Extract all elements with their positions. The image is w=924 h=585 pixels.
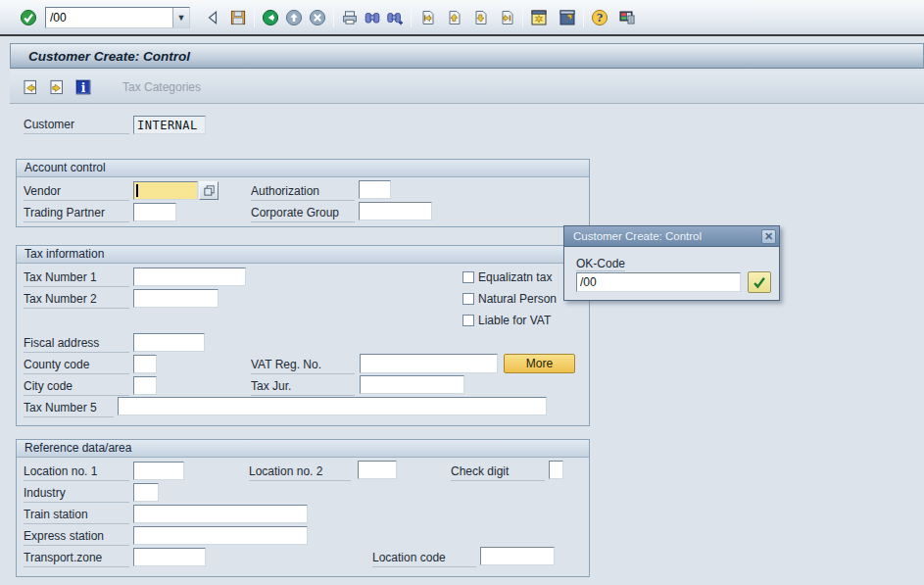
train-station-field[interactable] bbox=[133, 505, 308, 523]
natural-person-checkbox[interactable] bbox=[462, 293, 474, 305]
information-icon[interactable]: i bbox=[74, 78, 92, 96]
liable-for-vat-label: Liable for VAT bbox=[478, 314, 551, 329]
svg-text:i: i bbox=[81, 80, 86, 94]
corporate-group-label: Corporate Group bbox=[251, 206, 355, 222]
check-digit-field[interactable] bbox=[549, 461, 563, 479]
new-session-icon[interactable] bbox=[530, 9, 548, 26]
tax-jur-label: Tax Jur. bbox=[251, 379, 355, 396]
tax-number-2-label: Tax Number 2 bbox=[24, 292, 129, 309]
tax-number-5-field[interactable] bbox=[118, 397, 547, 415]
ok-code-dialog-title-bar: Customer Create: Control ✕ bbox=[564, 226, 779, 247]
natural-person-label: Natural Person bbox=[478, 292, 557, 308]
city-code-field[interactable] bbox=[133, 376, 157, 395]
location-no-2-field[interactable] bbox=[358, 461, 397, 479]
express-station-field[interactable] bbox=[133, 526, 308, 545]
trading-partner-label: Trading Partner bbox=[24, 206, 129, 222]
command-field: ▼ bbox=[45, 7, 190, 28]
location-code-label: Location code bbox=[372, 551, 476, 567]
screen-title-bar: Customer Create: Control bbox=[10, 43, 924, 69]
back-triangle-icon[interactable] bbox=[204, 9, 221, 26]
close-icon[interactable]: ✕ bbox=[761, 229, 776, 244]
svg-text:?: ? bbox=[597, 12, 603, 24]
help-icon[interactable]: ? bbox=[591, 9, 608, 26]
command-dropdown-icon[interactable]: ▼ bbox=[172, 8, 189, 27]
transport-zone-field[interactable] bbox=[133, 548, 206, 566]
equalizatn-tax-label: Equalizatn tax bbox=[478, 270, 552, 286]
previous-page-icon[interactable] bbox=[445, 9, 462, 26]
vat-reg-no-field[interactable] bbox=[360, 354, 498, 373]
toolbar-separator bbox=[333, 8, 334, 27]
fiscal-address-label: Fiscal address bbox=[24, 336, 129, 353]
location-no-1-label: Location no. 1 bbox=[24, 464, 129, 481]
last-page-icon[interactable] bbox=[498, 9, 515, 26]
customize-layout-icon[interactable] bbox=[618, 9, 636, 26]
liable-for-vat-checkbox[interactable] bbox=[462, 315, 474, 326]
text-cursor bbox=[136, 184, 138, 197]
check-digit-label: Check digit bbox=[451, 464, 545, 481]
page-title: Customer Create: Control bbox=[28, 49, 190, 64]
more-button[interactable]: More bbox=[504, 354, 575, 373]
location-code-field[interactable] bbox=[480, 547, 555, 565]
tax-number-2-field[interactable] bbox=[133, 289, 219, 308]
authorization-field[interactable] bbox=[359, 180, 391, 199]
print-icon[interactable] bbox=[341, 9, 359, 26]
previous-screen-icon[interactable] bbox=[22, 78, 39, 96]
create-shortcut-icon[interactable] bbox=[559, 9, 576, 26]
location-no-1-field[interactable] bbox=[133, 462, 184, 480]
vendor-matchcode-icon[interactable] bbox=[199, 181, 219, 200]
next-page-icon[interactable] bbox=[471, 9, 489, 26]
industry-label: Industry bbox=[24, 486, 129, 503]
tax-number-5-label: Tax Number 5 bbox=[24, 401, 114, 417]
vat-reg-no-label: VAT Reg. No. bbox=[251, 358, 355, 374]
reference-data-group-title: Reference data/area bbox=[17, 440, 589, 458]
account-control-group-title: Account control bbox=[17, 160, 589, 177]
cancel-icon[interactable] bbox=[309, 9, 326, 26]
equalizatn-tax-checkbox[interactable] bbox=[462, 271, 474, 283]
tax-number-1-label: Tax Number 1 bbox=[24, 270, 129, 287]
tax-number-1-field[interactable] bbox=[133, 268, 246, 286]
customer-field[interactable] bbox=[133, 116, 206, 134]
express-station-label: Express station bbox=[24, 529, 129, 546]
find-next-icon[interactable] bbox=[386, 9, 404, 26]
toolbar-separator bbox=[411, 8, 412, 27]
location-no-2-label: Location no. 2 bbox=[249, 464, 351, 481]
train-station-label: Train station bbox=[24, 508, 129, 524]
ok-code-input[interactable] bbox=[576, 272, 741, 292]
command-input[interactable] bbox=[46, 8, 172, 27]
application-toolbar: i Tax Categories bbox=[10, 71, 924, 104]
trading-partner-field[interactable] bbox=[133, 203, 176, 221]
tax-jur-field[interactable] bbox=[360, 375, 464, 394]
save-icon[interactable] bbox=[229, 9, 247, 26]
exit-icon[interactable] bbox=[285, 9, 303, 26]
county-code-label: County code bbox=[24, 358, 129, 374]
toolbar-separator bbox=[583, 8, 584, 27]
system-toolbar: ▼ ? bbox=[0, 0, 924, 36]
industry-field[interactable] bbox=[133, 483, 159, 502]
transport-zone-label: Transport.zone bbox=[24, 551, 129, 567]
first-page-icon[interactable] bbox=[418, 9, 436, 26]
ok-code-dialog-title: Customer Create: Control bbox=[573, 230, 702, 242]
find-icon[interactable] bbox=[364, 9, 381, 26]
city-code-label: City code bbox=[24, 379, 129, 396]
toolbar-separator bbox=[254, 8, 255, 27]
ok-code-label: OK-Code bbox=[576, 257, 625, 271]
toolbar-separator bbox=[522, 8, 523, 27]
corporate-group-field[interactable] bbox=[359, 202, 432, 220]
vendor-label: Vendor bbox=[24, 184, 129, 201]
customer-label: Customer bbox=[24, 118, 129, 134]
county-code-field[interactable] bbox=[133, 355, 157, 373]
enter-icon[interactable] bbox=[20, 9, 37, 26]
continue-button[interactable] bbox=[748, 271, 771, 293]
vendor-field[interactable] bbox=[133, 181, 198, 200]
ok-code-dialog: Customer Create: Control ✕ OK-Code bbox=[563, 225, 780, 301]
back-icon[interactable] bbox=[262, 9, 279, 26]
authorization-label: Authorization bbox=[251, 184, 355, 201]
tax-categories-button[interactable]: Tax Categories bbox=[122, 80, 201, 94]
tax-information-group-title: Tax information bbox=[17, 246, 589, 264]
next-screen-icon[interactable] bbox=[48, 78, 66, 96]
fiscal-address-field[interactable] bbox=[133, 333, 205, 352]
